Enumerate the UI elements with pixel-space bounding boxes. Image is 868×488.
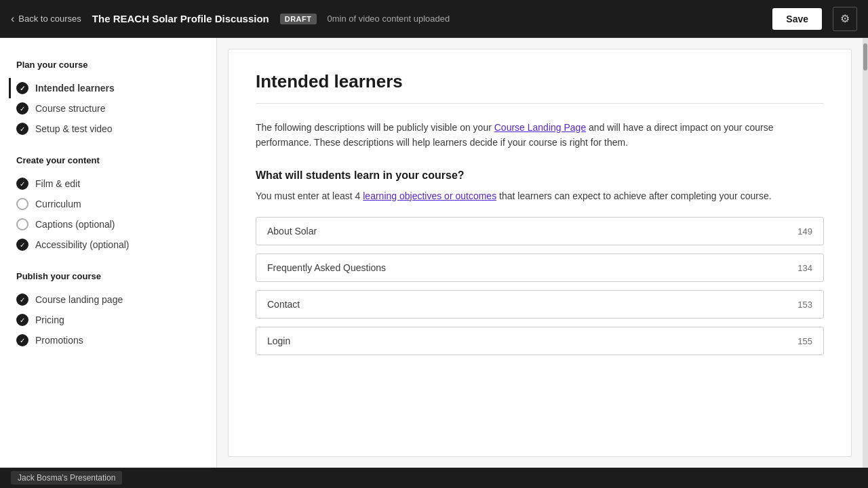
- sidebar-section-plan: Plan your course: [16, 60, 200, 70]
- sidebar-item-promotions[interactable]: Promotions: [16, 330, 200, 350]
- description-text: The following descriptions will be publi…: [256, 120, 824, 150]
- back-arrow-icon: ‹: [11, 13, 14, 25]
- save-button[interactable]: Save: [772, 8, 822, 30]
- sidebar-label-curriculum: Curriculum: [35, 199, 81, 209]
- sidebar-label-captions: Captions (optional): [35, 219, 115, 230]
- sidebar-item-accessibility[interactable]: Accessibility (optional): [16, 235, 200, 255]
- gear-icon: ⚙: [840, 12, 850, 25]
- objective-row-3[interactable]: Login 155: [256, 327, 824, 355]
- check-icon-promotions: [16, 334, 28, 346]
- check-icon-accessibility: [16, 239, 28, 251]
- sidebar-label-film-edit: Film & edit: [35, 178, 80, 189]
- sidebar-label-course-structure: Course structure: [35, 103, 105, 114]
- draft-badge: DRAFT: [280, 14, 317, 24]
- sidebar-item-setup-test-video[interactable]: Setup & test video: [16, 119, 200, 139]
- objective-chars-2: 153: [797, 300, 812, 310]
- objective-chars-3: 155: [797, 336, 812, 346]
- section-heading: What will students learn in your course?: [256, 169, 824, 182]
- check-icon-course-landing-page: [16, 293, 28, 306]
- sidebar: Plan your course Intended learners Cours…: [0, 38, 217, 468]
- sidebar-label-course-landing-page: Course landing page: [35, 294, 123, 305]
- sidebar-item-captions[interactable]: Captions (optional): [16, 214, 200, 235]
- sidebar-label-pricing: Pricing: [35, 314, 64, 325]
- check-icon-film-edit: [16, 178, 28, 190]
- objective-text-1: Frequently Asked Questions: [267, 262, 789, 273]
- taskbar: Jack Bosma's Presentation: [0, 468, 868, 488]
- course-title: The REACH Solar Profile Discussion: [92, 13, 269, 24]
- back-link[interactable]: ‹ Back to courses: [11, 13, 81, 25]
- scrollbar-thumb: [863, 43, 867, 70]
- sidebar-section-content: Create your content: [16, 155, 200, 165]
- check-icon-course-structure: [16, 102, 28, 115]
- objective-row-0[interactable]: About Solar 149: [256, 217, 824, 245]
- main-container: Plan your course Intended learners Cours…: [0, 38, 868, 468]
- learning-objectives-link[interactable]: learning objectives or outcomes: [363, 190, 496, 201]
- description-part1: The following descriptions will be publi…: [256, 122, 494, 133]
- sidebar-label-intended-learners: Intended learners: [35, 83, 115, 94]
- objective-text-2: Contact: [267, 299, 789, 310]
- course-landing-page-link[interactable]: Course Landing Page: [494, 122, 586, 133]
- settings-button[interactable]: ⚙: [833, 7, 857, 31]
- objective-chars-0: 149: [797, 226, 812, 237]
- objective-row-2[interactable]: Contact 153: [256, 290, 824, 319]
- objective-chars-1: 134: [797, 263, 812, 273]
- sidebar-label-setup-test-video: Setup & test video: [35, 123, 113, 134]
- page-heading: Intended learners: [256, 71, 824, 104]
- sidebar-label-promotions: Promotions: [35, 335, 83, 346]
- instruction-text: You must enter at least 4 learning objec…: [256, 188, 824, 203]
- objectives-list: About Solar 149 Frequently Asked Questio…: [256, 217, 824, 355]
- sidebar-item-course-structure[interactable]: Course structure: [16, 98, 200, 119]
- sidebar-item-course-landing-page[interactable]: Course landing page: [16, 289, 200, 310]
- instruction-part1: You must enter at least 4: [256, 190, 363, 201]
- objective-text-0: About Solar: [267, 226, 789, 237]
- objective-text-3: Login: [267, 336, 789, 346]
- back-label[interactable]: Back to courses: [18, 14, 81, 24]
- check-icon-intended-learners: [16, 82, 28, 94]
- sidebar-item-intended-learners[interactable]: Intended learners: [9, 78, 200, 98]
- sidebar-item-pricing[interactable]: Pricing: [16, 310, 200, 330]
- check-icon-pricing: [16, 314, 28, 326]
- upload-status: 0min of video content uploaded: [328, 14, 762, 24]
- taskbar-presentation-item[interactable]: Jack Bosma's Presentation: [11, 471, 122, 485]
- topbar: ‹ Back to courses The REACH Solar Profil…: [0, 0, 868, 38]
- objective-row-1[interactable]: Frequently Asked Questions 134: [256, 253, 824, 282]
- circle-icon-captions: [16, 218, 28, 230]
- check-icon-setup-test-video: [16, 123, 28, 135]
- right-scrollbar[interactable]: [863, 38, 868, 468]
- sidebar-label-accessibility: Accessibility (optional): [35, 239, 130, 250]
- sidebar-item-curriculum[interactable]: Curriculum: [16, 194, 200, 214]
- sidebar-section-publish: Publish your course: [16, 271, 200, 281]
- circle-icon-curriculum: [16, 198, 28, 210]
- content-area: Intended learners The following descript…: [228, 49, 852, 457]
- instruction-part2: that learners can expect to achieve afte…: [496, 190, 771, 201]
- sidebar-item-film-edit[interactable]: Film & edit: [16, 174, 200, 194]
